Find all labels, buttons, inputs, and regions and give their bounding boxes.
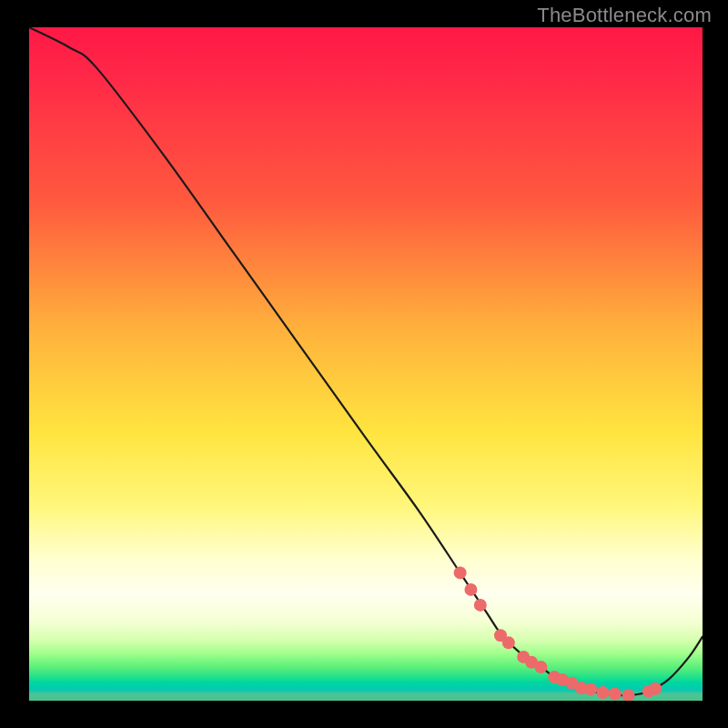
highlight-dot <box>454 566 467 579</box>
highlight-dot <box>649 682 662 695</box>
highlight-dot <box>474 599 487 612</box>
highlight-dot <box>622 689 635 701</box>
watermark-text: TheBottleneck.com <box>537 4 712 27</box>
highlight-dot <box>596 686 609 699</box>
highlight-dot <box>502 636 515 649</box>
highlight-dot <box>464 583 477 596</box>
curve-line <box>29 27 703 695</box>
plot-area <box>29 27 703 701</box>
highlight-dot <box>534 661 547 673</box>
highlight-dot <box>584 682 597 695</box>
highlight-dot <box>609 688 622 701</box>
highlight-dots <box>454 566 662 701</box>
chart-svg <box>29 27 703 701</box>
chart-container: TheBottleneck.com <box>0 0 728 728</box>
